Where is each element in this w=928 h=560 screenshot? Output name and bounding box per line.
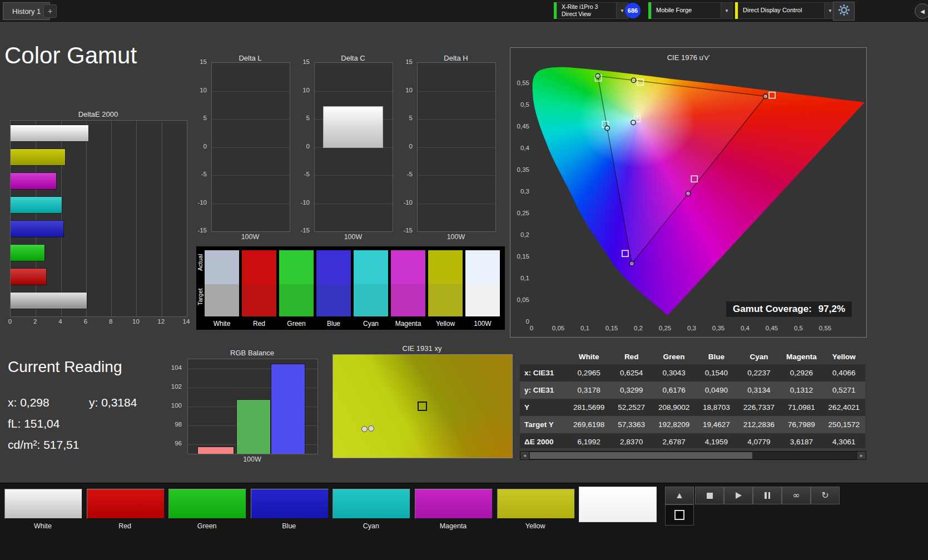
delta_h-ytick: -15	[403, 227, 413, 234]
cie-1931-title: CIE 1931 xy	[333, 344, 512, 353]
deltae-bar-red	[11, 269, 46, 285]
pattern-button-yellow[interactable]	[497, 489, 575, 519]
table-cell: 57,3363	[610, 416, 652, 433]
swatch-actual	[465, 250, 500, 284]
cie76-ytick: 0,2	[512, 231, 529, 238]
table-cell: 0,6254	[610, 364, 652, 381]
cie76-xtick: 0	[530, 325, 533, 331]
delta_h-gridline	[418, 91, 495, 92]
swatch-column-green: Green	[279, 250, 314, 328]
scrollbar-track[interactable]	[529, 452, 857, 459]
table-cell: 0,4066	[823, 364, 865, 381]
rgb-balance-title: RGB Balance	[187, 349, 317, 357]
swatch-column-blue: Blue	[316, 250, 351, 328]
add-tab-button[interactable]: +	[43, 4, 57, 18]
pattern-button-label: Red	[87, 522, 163, 530]
table-column-header: Blue	[695, 349, 737, 364]
chevron-down-icon[interactable]: ▼	[721, 2, 733, 19]
gamut-coverage-value: 97,2%	[818, 304, 845, 315]
cie31-measured-dot	[361, 426, 368, 432]
pattern-button-green[interactable]	[168, 489, 246, 519]
pattern-button-label: Blue	[251, 522, 327, 530]
display-control-name: Direct Display Control	[738, 2, 825, 19]
table-cell: 0,2965	[568, 364, 610, 381]
cie76-xtick: 0,3	[687, 325, 696, 331]
pattern-button-white[interactable]	[4, 489, 82, 519]
cie76-xtick: 0,05	[552, 325, 564, 331]
pattern-window-button[interactable]	[665, 504, 694, 526]
scroll-right-icon[interactable]: ►	[857, 452, 866, 459]
display-control-label: Direct Display Control	[743, 7, 820, 14]
swatch-target	[428, 284, 463, 316]
table-cell: 281,5699	[568, 399, 610, 416]
cie76-ytick: 0,45	[512, 123, 529, 130]
scrollbar-thumb[interactable]	[530, 452, 752, 459]
delta-c-title: Delta C	[314, 54, 392, 62]
table-cell: 19,4627	[695, 416, 737, 433]
delta_c-bar	[323, 106, 383, 148]
current-reading-fl: fL: 151,04	[8, 417, 59, 430]
cie-1976-overlay	[510, 48, 866, 337]
results-table-scrollbar[interactable]: ◄ ►	[520, 451, 866, 460]
rgb-ytick: 102	[171, 383, 182, 390]
table-cell: 250,1572	[823, 416, 865, 433]
collapse-panel-button[interactable]: ◀	[915, 3, 928, 19]
table-cell: 0,3178	[568, 381, 610, 399]
delta-h-title: Delta H	[417, 54, 495, 62]
delta_c-gridline	[315, 91, 393, 92]
swatch-actual	[242, 250, 276, 284]
refresh-button[interactable]: ↻	[811, 487, 840, 504]
table-cell: 0,5271	[823, 381, 865, 399]
pattern-button-magenta[interactable]	[415, 489, 493, 519]
results-table: WhiteRedGreenBlueCyanMagentaYellowx: CIE…	[520, 349, 865, 448]
actual-row-label: Actual	[197, 262, 204, 271]
rgb-ytick: 100	[171, 402, 182, 409]
cie76-xtick: 0,2	[634, 325, 643, 331]
cie76-ytick: 0,05	[512, 296, 529, 303]
pattern-button-blue[interactable]	[251, 489, 329, 519]
measured-marker-blue	[629, 261, 634, 266]
swatch-label: 100W	[465, 320, 500, 328]
source-label: Mobile Forge	[656, 7, 716, 14]
table-column-header: Yellow	[823, 349, 865, 364]
rgb-balance-y-axis: 9698100102104	[168, 359, 184, 453]
swatch-target	[279, 284, 314, 316]
source-selector[interactable]: Mobile Forge ▼	[648, 2, 733, 19]
pattern-button-red[interactable]	[87, 489, 165, 519]
swatch-target	[205, 284, 239, 316]
gamut-coverage-readout: Gamut Coverage: 97,2%	[726, 301, 852, 317]
swatch-column-red: Red	[242, 250, 276, 328]
meter-name: X-Rite i1Pro 3 Direct View	[557, 2, 617, 19]
pattern-button-100w[interactable]	[579, 487, 657, 522]
table-cell: 4,0779	[738, 433, 780, 448]
pause-button[interactable]	[753, 487, 782, 504]
meter-line1: X-Rite i1Pro 3	[562, 3, 612, 11]
meter-selector[interactable]: X-Rite i1Pro 3 Direct View ▼	[554, 2, 628, 19]
play-button[interactable]	[724, 487, 753, 504]
pattern-button-label: Green	[168, 522, 245, 530]
deltae-bar-magenta	[11, 173, 56, 189]
swatch-label: Cyan	[354, 320, 388, 328]
delta_l-ytick: -10	[197, 199, 207, 206]
table-row: Y281,569952,2527208,900218,8703226,73377…	[520, 399, 865, 416]
delta_l-gridline	[212, 91, 290, 92]
delta-l-y-axis: 151050-5-10-15	[193, 62, 209, 231]
measured-marker-yellow	[631, 78, 636, 82]
delta_h-gridline	[418, 175, 495, 176]
loop-button[interactable]: ∞	[782, 487, 811, 504]
stop-button[interactable]	[695, 487, 724, 504]
page-title: Color Gamut	[4, 42, 137, 69]
pattern-button-cyan[interactable]	[333, 489, 410, 519]
swatch-actual	[316, 250, 351, 284]
measured-gamut-polygon	[598, 76, 766, 264]
settings-button[interactable]	[833, 2, 855, 21]
table-column-header: Red	[610, 349, 652, 364]
display-control-selector[interactable]: Direct Display Control ▼	[735, 2, 836, 19]
expand-panel-button[interactable]: ▲	[665, 487, 694, 504]
delta_h-ytick: -10	[403, 199, 413, 206]
delta_l-gridline	[212, 147, 290, 148]
delta_h-ytick: 15	[405, 58, 413, 65]
swatch-target	[354, 284, 388, 316]
deltae-bar-green	[11, 245, 44, 261]
scroll-left-icon[interactable]: ◄	[520, 452, 529, 459]
